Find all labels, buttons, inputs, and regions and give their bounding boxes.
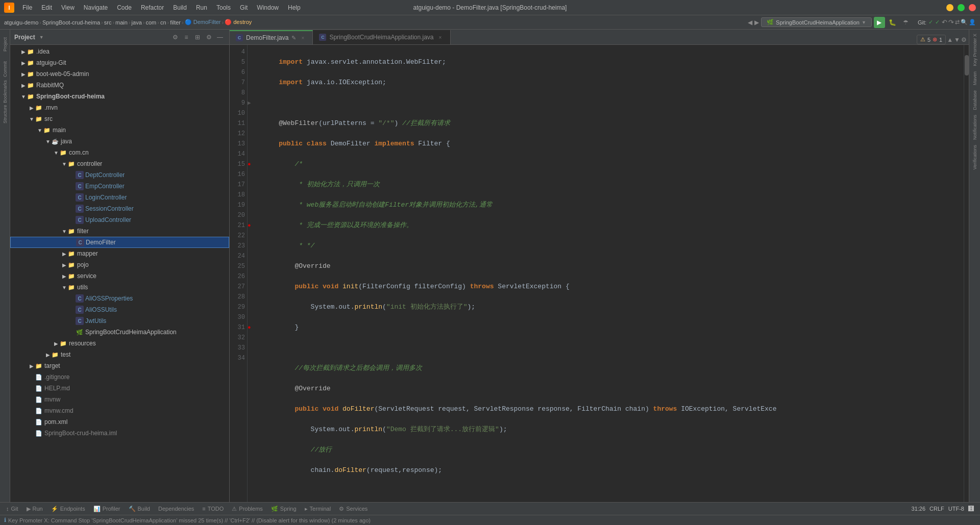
panel-expand-btn[interactable]: ⊞	[192, 32, 203, 42]
tree-item-src[interactable]: ▼ 📁 src	[10, 113, 229, 124]
bottom-tab-problems[interactable]: ⚠ Problems	[228, 503, 266, 515]
breadcrumb-cn[interactable]: cn	[160, 19, 166, 26]
tree-item-service[interactable]: ▶ 📁 service	[10, 270, 229, 282]
tree-item-mapper[interactable]: ▶ 📁 mapper	[10, 248, 229, 259]
nav-forward[interactable]: ▶	[754, 19, 759, 26]
tree-item-empcontroller[interactable]: C EmpController	[10, 181, 229, 192]
search-everywhere[interactable]: 🔍	[961, 19, 968, 26]
menu-refactor[interactable]: Refactor	[137, 3, 168, 12]
tree-item-atguigu-git[interactable]: ▶ 📁 atguigu-Git	[10, 57, 229, 68]
tree-item-target[interactable]: ▶ 📁 target	[10, 360, 229, 371]
editor-settings-btn[interactable]: ⚙	[961, 36, 967, 43]
encoding-indicator[interactable]: UTF-8	[948, 506, 964, 512]
tree-item-resources[interactable]: ▶ 📁 resources	[10, 338, 229, 349]
tree-item-controller[interactable]: ▼ 📁 controller	[10, 158, 229, 169]
bottom-tab-todo[interactable]: ≡ TODO	[198, 503, 228, 515]
bottom-tab-profiler[interactable]: 📊 Profiler	[89, 503, 125, 515]
menu-window[interactable]: Window	[253, 3, 283, 12]
menu-run[interactable]: Run	[192, 3, 211, 12]
panel-collapse-btn[interactable]: ≡	[181, 32, 191, 42]
maven-panel[interactable]: Maven	[971, 69, 978, 87]
tree-item-boot-web[interactable]: ▶ 📁 boot-web-05-admin	[10, 68, 229, 80]
tree-item-idea[interactable]: ▶ 📁 .idea	[10, 46, 229, 57]
tree-item-iml[interactable]: 📄 SpringBoot-crud-heima.iml	[10, 428, 229, 439]
menu-code[interactable]: Code	[113, 3, 136, 12]
breadcrumb-filter[interactable]: filter	[170, 19, 181, 26]
tree-item-main[interactable]: ▼ 📁 main	[10, 124, 229, 136]
key-promoter-panel[interactable]: Key Promoter X	[971, 32, 978, 68]
git-translate[interactable]: ⇄	[955, 19, 960, 26]
bottom-tab-terminal[interactable]: ▸ Terminal	[301, 503, 335, 515]
bottom-tab-git[interactable]: ↕ Git	[2, 503, 22, 515]
bookmarks-toggle[interactable]: Bookmarks	[1, 82, 9, 102]
structure-toggle[interactable]: Structure	[1, 104, 9, 124]
tree-item-sessioncontroller[interactable]: C SessionController	[10, 203, 229, 214]
nav-back[interactable]: ◀	[748, 19, 752, 26]
position-indicator[interactable]: 31:26	[912, 506, 926, 512]
tree-item-mvnw-cmd[interactable]: 📄 mvnw.cmd	[10, 405, 229, 416]
menu-help[interactable]: Help	[284, 3, 305, 12]
project-panel-toggle[interactable]: Project	[1, 32, 9, 57]
breadcrumb-module[interactable]: SpringBoot-crud-heima	[42, 19, 100, 26]
tree-item-aliossproperties[interactable]: C AliOSSProperties	[10, 293, 229, 304]
tab-close-springbootapp[interactable]: ×	[437, 34, 444, 41]
database-panel[interactable]: Database	[971, 88, 978, 112]
menu-edit[interactable]: Edit	[37, 3, 56, 12]
git-redo[interactable]: ↷	[948, 18, 954, 26]
commit-toggle[interactable]: Commit	[1, 59, 9, 80]
tab-demofilter[interactable]: C DemoFilter.java ✎ ×	[230, 30, 313, 44]
debug-button[interactable]: 🐛	[887, 17, 898, 28]
tree-item-mvn[interactable]: ▶ 📁 .mvn	[10, 102, 229, 113]
bottom-tab-dependencies[interactable]: Dependencies	[154, 503, 198, 515]
tree-item-springboot-crud[interactable]: ▼ 📁 SpringBoot-crud-heima	[10, 91, 229, 102]
minimize-button[interactable]: —	[946, 4, 953, 11]
panel-close-btn[interactable]: —	[215, 32, 225, 42]
tree-item-pojo[interactable]: ▶ 📁 pojo	[10, 259, 229, 270]
breadcrumb-com[interactable]: com	[145, 19, 156, 26]
tree-item-gitignore[interactable]: 📄 .gitignore	[10, 371, 229, 383]
panel-settings-btn[interactable]: ⚙	[170, 32, 180, 42]
tree-item-springboot-app[interactable]: 🌿 SpringBootCrudHeimaApplication	[10, 327, 229, 338]
tree-item-logincontroller[interactable]: C LoginController	[10, 192, 229, 203]
git-check2[interactable]: ✓	[935, 19, 940, 26]
panel-gear-btn[interactable]: ⚙	[204, 32, 214, 42]
tree-item-pom[interactable]: 📄 pom.xml	[10, 416, 229, 428]
menu-view[interactable]: View	[57, 3, 79, 12]
tree-item-java[interactable]: ▼ ☕ java	[10, 136, 229, 147]
bottom-tab-spring[interactable]: 🌿 Spring	[267, 503, 301, 515]
code-content[interactable]: import javax.servlet.annotation.WebFilte…	[259, 45, 964, 502]
tree-item-demofilter[interactable]: C DemoFilter	[10, 237, 229, 248]
line-ending-indicator[interactable]: CRLF	[929, 506, 944, 512]
profile-btn[interactable]: 👤	[969, 19, 976, 26]
bottom-tab-endpoints[interactable]: ⚡ Endpoints	[47, 503, 89, 515]
bottom-tab-build[interactable]: 🔨 Build	[125, 503, 154, 515]
tree-item-uploadcontroller[interactable]: C UploadController	[10, 214, 229, 226]
run-button[interactable]: ▶	[874, 17, 885, 28]
tree-item-rabbitmq[interactable]: ▶ 📁 RabbitMQ	[10, 80, 229, 91]
breadcrumb-src[interactable]: src	[104, 19, 112, 26]
breadcrumb-method[interactable]: 🔴 destroy	[225, 19, 252, 26]
tab-close-demofilter[interactable]: ×	[299, 34, 306, 41]
tree-item-comcn[interactable]: ▼ 📁 com.cn	[10, 147, 229, 158]
run-config-selector[interactable]: 🌿 SpringBootCrudHeimaApplication ▼	[761, 17, 872, 27]
tree-item-filter[interactable]: ▼ 📁 filter	[10, 226, 229, 237]
editor-scrollbar[interactable]	[964, 45, 969, 502]
tree-item-test[interactable]: ▶ 📁 test	[10, 349, 229, 360]
tab-springbootapp[interactable]: C SpringBootCrudHeimaApplication.java ×	[313, 30, 450, 44]
tree-item-mvnw[interactable]: 📄 mvnw	[10, 394, 229, 405]
breadcrumb-project[interactable]: atguigu-demo	[4, 19, 38, 26]
menu-file[interactable]: File	[18, 3, 36, 12]
menu-build[interactable]: Build	[169, 3, 191, 12]
git-revert[interactable]: ↶	[942, 18, 947, 26]
git-check1[interactable]: ✓	[928, 19, 933, 26]
nav-down-arrow[interactable]: ▼	[954, 36, 960, 43]
bottom-tab-run[interactable]: ▶ Run	[22, 503, 47, 515]
tree-item-help[interactable]: 📄 HELP.md	[10, 383, 229, 394]
verifications-panel[interactable]: Verifications	[971, 143, 978, 172]
nav-up-arrow[interactable]: ▲	[947, 36, 953, 43]
close-button[interactable]: ×	[969, 4, 976, 11]
menu-navigate[interactable]: Navigate	[80, 3, 112, 12]
menu-git[interactable]: Git	[236, 3, 252, 12]
maximize-button[interactable]: □	[958, 4, 965, 11]
tree-item-deptcontroller[interactable]: C DeptController	[10, 169, 229, 181]
